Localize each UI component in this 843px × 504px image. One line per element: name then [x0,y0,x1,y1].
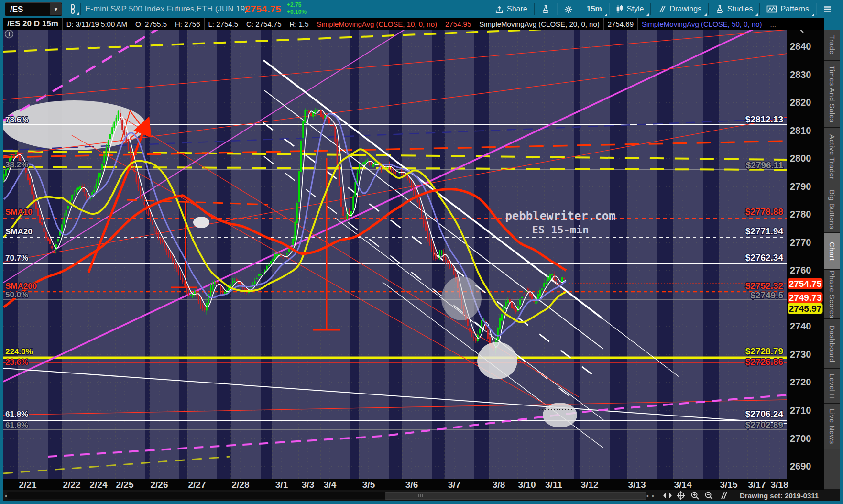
study-sma20-label[interactable]: SimpleMovingAvg (CLOSE, 20, 0, no) [475,18,604,30]
svg-text:3/6: 3/6 [405,480,418,490]
settings-gear-button[interactable] [557,0,580,18]
header-more[interactable]: ... [766,18,780,30]
svg-text:3/1: 3/1 [275,480,288,490]
svg-text:3/17: 3/17 [748,480,766,490]
study-sma50-label[interactable]: SimpleMovingAvg (CLOSE, 50, 0, no) [638,18,766,30]
svg-text:$2812.13: $2812.13 [745,114,783,124]
chart-canvas[interactable]: pebblewriter.comES 15-min78.6%$2812.1338… [3,30,824,490]
gear-icon [564,5,573,14]
svg-text:$2726.86: $2726.86 [745,357,783,367]
scroll-step-left-icon[interactable]: ◂ [646,490,648,501]
crosshair-mode-icon[interactable] [677,490,685,501]
flask-icon [541,4,550,14]
svg-text:23.6%: 23.6% [5,358,28,367]
gadget-tab-trade[interactable]: Trade [824,30,840,60]
svg-text:$2762.34: $2762.34 [745,252,784,263]
drawings-button[interactable]: Drawings [651,0,708,18]
patterns-icon [766,5,777,13]
svg-text:$2752.32: $2752.32 [745,281,783,291]
zoom-in-icon[interactable] [690,490,700,501]
gadget-tab-times-and-sales[interactable]: Times And Sales [824,61,840,127]
svg-text:i: i [8,31,10,38]
zoom-out-icon[interactable] [704,490,713,501]
svg-text:2754.75: 2754.75 [789,279,822,289]
ohlc-segment: H: 2756 [171,18,205,30]
gadget-tab-strip: TradeTimes And SalesActive TraderBig But… [824,30,840,490]
studies-button[interactable]: Studies [709,0,759,18]
svg-text:$2706.24: $2706.24 [745,409,784,419]
drawings-icon [657,5,666,13]
toolbar-right-group: Share 15m Style Drawings [488,0,839,18]
chart-info-icon[interactable]: i [5,30,13,38]
svg-text:2/25: 2/25 [116,480,134,490]
gadget-tab-filler [824,449,840,489]
svg-text:2690: 2690 [790,461,811,471]
svg-text:3/10: 3/10 [518,480,536,490]
time-scrollbar-handle[interactable] [385,492,646,500]
svg-text:2/27: 2/27 [188,480,206,490]
svg-text:3/15: 3/15 [720,480,738,490]
gadget-tab-level-ii[interactable]: Level II [824,369,840,403]
svg-text:2790: 2790 [790,181,811,192]
svg-text:78.6%: 78.6% [5,115,28,124]
instrument-title: E-mini S&P 500 Index Futures,ETH (JUN 19… [85,0,248,18]
svg-text:224.0%: 224.0% [5,347,33,356]
ohlc-segment: O: 2755.5 [131,18,171,30]
symbol-combo[interactable]: /ES ▼ [5,2,62,16]
svg-text:2749.73: 2749.73 [789,293,822,303]
symbol-input[interactable]: /ES [5,5,50,14]
svg-text:$2749.5: $2749.5 [750,290,783,300]
drawing-tools-icon[interactable] [720,490,728,501]
svg-text:SMA10: SMA10 [5,208,33,217]
study-sma10-label[interactable]: SimpleMovingAvg (CLOSE, 10, 0, no) [313,18,442,30]
link-color-icon[interactable] [67,3,78,15]
svg-text:2/22: 2/22 [63,480,81,490]
svg-text:2700: 2700 [790,433,811,444]
gadget-tab-chart[interactable]: Chart [824,233,840,269]
symbol-dropdown-arrow[interactable]: ▼ [50,3,62,15]
gadget-tab-active-trader[interactable]: Active Trader [824,128,840,186]
svg-text:3/4: 3/4 [324,480,337,490]
scroll-left-icon[interactable]: ◂ [4,490,7,501]
timeframe-button[interactable]: 15m [580,0,609,18]
analyze-flask-button[interactable] [535,0,557,18]
change-points: +2.75 [287,1,307,9]
svg-text:2/26: 2/26 [151,480,168,490]
scroll-step-right-icon[interactable]: ▸ [652,490,655,501]
style-button[interactable]: Style [609,0,651,18]
svg-text:2800: 2800 [790,153,811,164]
svg-text:3/3: 3/3 [302,480,314,490]
gadget-tab-big-buttons[interactable]: Big Buttons [824,186,840,232]
svg-text:2810: 2810 [790,125,811,136]
change-percent: +0.10% [287,9,307,16]
svg-text:70.7%: 70.7% [5,253,28,263]
chart-menu-button[interactable] [816,0,839,18]
svg-text:2745.97: 2745.97 [789,304,822,314]
ohlc-segment: D: 3/11/19 5:00 AM [63,18,131,30]
svg-text:2820: 2820 [790,97,811,108]
svg-text:3/11: 3/11 [545,480,562,490]
patterns-button[interactable]: Patterns [760,0,816,18]
chart-symbol-period: /ES 20 D 15m [3,18,63,30]
menu-list-icon [823,5,832,13]
gadget-tab-live-news[interactable]: Live News [824,404,840,449]
chart-header: /ES 20 D 15m D: 3/11/19 5:00 AMO: 2755.5… [3,18,824,30]
svg-text:$2796.11: $2796.11 [746,160,784,170]
pan-mode-icon[interactable] [662,490,673,501]
svg-text:38.2%: 38.2% [5,160,28,169]
drawing-set-selector[interactable]: Drawing set: 2019-0311 [740,490,843,501]
svg-text:61.8%: 61.8% [5,410,28,419]
gadget-tab-phase-scores[interactable]: Phase Scores [824,270,840,318]
svg-text:2710: 2710 [790,405,811,416]
last-price: 2754.75 [245,0,281,18]
svg-text:3/12: 3/12 [581,480,599,490]
svg-text:3/8: 3/8 [493,480,505,490]
svg-text:2740: 2740 [790,321,811,331]
study-sma20-value: 2754.69 [604,18,638,30]
time-scrollbar-track[interactable] [7,492,643,499]
chart-toolbar: /ES ▼ E-mini S&P 500 Index Futures,ETH (… [0,0,843,18]
svg-text:2730: 2730 [790,349,811,360]
scrollbar-grip-icon [418,494,423,497]
share-button[interactable]: Share [488,0,534,18]
gadget-tab-dashboard[interactable]: Dashboard [824,319,840,368]
